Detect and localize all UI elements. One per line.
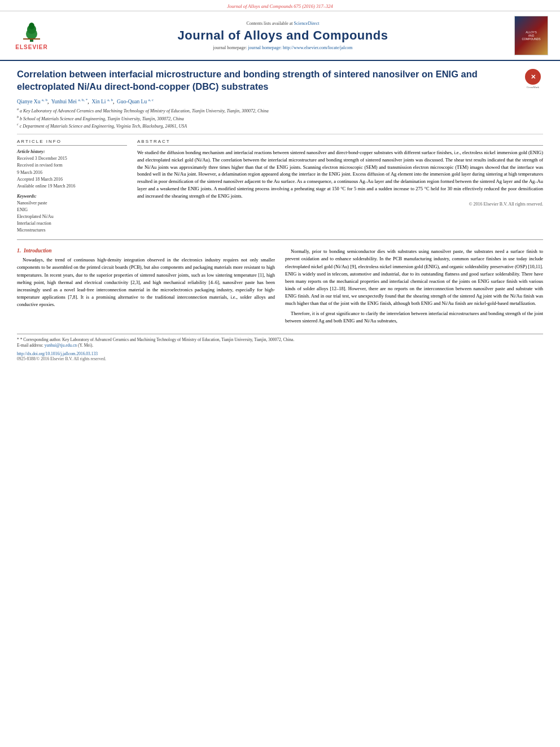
affiliation-a: a a Key Laboratory of Advanced Ceramics …: [17, 107, 543, 114]
author-yunhui[interactable]: Yunhui Mei: [51, 99, 77, 104]
intro-para-right-2: Therefore, it is of great significance t…: [285, 310, 543, 325]
journal-cover-image: ALLOYSANDCOMPOUNDS: [514, 16, 548, 55]
footnote-area: * * Corresponding author. Key Laboratory…: [17, 334, 543, 361]
abstract-text: We studied the diffusion bonding mechani…: [137, 149, 543, 199]
sciencedirect-prefix: Contents lists available at: [247, 21, 294, 26]
copyright-line: © 2016 Elsevier B.V. All rights reserved…: [137, 202, 543, 207]
top-journal-bar: Journal of Alloys and Compounds 675 (201…: [0, 0, 560, 11]
doi-line[interactable]: http://dx.doi.org/10.1016/j.jallcom.2016…: [17, 351, 543, 356]
keyword-5: Microstructures: [17, 227, 127, 234]
title-section: Correlation between interfacial microstr…: [17, 68, 543, 93]
intro-right-text: Normally, prior to bonding semiconductor…: [285, 248, 543, 325]
affiliation-b: b b School of Materials Science and Engi…: [17, 115, 543, 122]
article-content: Correlation between interfacial microstr…: [0, 61, 560, 367]
article-info-col: ARTICLE INFO Article history: Received 3…: [17, 139, 127, 234]
abstract-title: ABSTRACT: [137, 139, 543, 146]
accepted-date: Accepted 18 March 2016: [17, 176, 127, 182]
journal-header-center: Contents lists available at ScienceDirec…: [59, 16, 507, 55]
received-date: Received 3 December 2015: [17, 155, 127, 161]
crossmark-area[interactable]: ✕ CrossMark: [523, 69, 543, 89]
svg-rect-4: [23, 38, 40, 40]
intro-left-col: 1. Introduction Nowadays, the trend of c…: [17, 248, 275, 327]
header-divider: [17, 134, 543, 134]
revised-date: 9 March 2016: [17, 169, 127, 176]
author-guoquan[interactable]: Guo-Quan Lu: [117, 99, 147, 104]
article-info-abstract: ARTICLE INFO Article history: Received 3…: [17, 139, 543, 234]
footnote-email: E-mail address: yunhui@tju.edu.cn (Y. Me…: [17, 343, 543, 349]
homepage-anchor[interactable]: journal homepage: http://www.elsevier.co…: [248, 45, 352, 50]
email-link[interactable]: yunhui@tju.edu.cn: [45, 343, 77, 348]
journal-citation: Journal of Alloys and Compounds 675 (201…: [227, 3, 333, 9]
sciencedirect-anchor[interactable]: ScienceDirect: [294, 21, 320, 26]
crossmark-label: CrossMark: [527, 86, 539, 89]
intro-two-col: 1. Introduction Nowadays, the trend of c…: [17, 248, 543, 327]
keyword-4: Interfacial reaction: [17, 220, 127, 227]
journal-cover-area: ALLOYSANDCOMPOUNDS: [511, 16, 551, 55]
author-qianye[interactable]: Qianye Xu: [17, 99, 40, 104]
sciencedirect-link[interactable]: Contents lists available at ScienceDirec…: [247, 21, 320, 26]
elsevier-brand-text: ELSEVIER: [15, 44, 47, 50]
elsevier-logo-area: ELSEVIER: [9, 16, 54, 55]
keyword-2: ENIG: [17, 207, 127, 213]
intro-heading: 1. Introduction: [17, 248, 275, 254]
article-history-title: Article history:: [17, 149, 127, 154]
keyword-1: Nanosilver paste: [17, 200, 127, 207]
footnote-corresponding: * * Corresponding author. Key Laboratory…: [17, 337, 543, 343]
intro-para-1: Nowadays, the trend of continuous high-d…: [17, 256, 275, 308]
page: Journal of Alloys and Compounds 675 (201…: [0, 0, 560, 747]
journal-header: ELSEVIER Contents lists available at Sci…: [0, 11, 560, 61]
intro-para-right-1: Normally, prior to bonding semiconductor…: [285, 248, 543, 307]
svg-point-3: [29, 23, 34, 29]
journal-homepage[interactable]: journal homepage: journal homepage: http…: [213, 45, 353, 50]
intro-section: 1. Introduction Nowadays, the trend of c…: [17, 248, 543, 327]
email-person: (Y. Mei).: [78, 343, 93, 348]
author-xin[interactable]: Xin Li: [91, 99, 106, 104]
available-online: Available online 19 March 2016: [17, 183, 127, 189]
affiliations: a a Key Laboratory of Advanced Ceramics …: [17, 107, 543, 130]
elsevier-tree-icon: [18, 21, 46, 43]
keyword-3: Electroplated Ni/Au: [17, 213, 127, 220]
doi-link[interactable]: http://dx.doi.org/10.1016/j.jallcom.2016…: [17, 351, 98, 356]
elsevier-logo: ELSEVIER: [15, 21, 47, 50]
authors-line: Qianye Xu a, b, Yunhui Mei a, b, *, Xin …: [17, 98, 543, 104]
received-revised-label: Received in revised form: [17, 162, 127, 168]
body-divider: [17, 239, 543, 240]
keywords-title: Keywords:: [17, 194, 127, 199]
crossmark-icon[interactable]: ✕: [525, 69, 541, 85]
journal-title: Journal of Alloys and Compounds: [178, 28, 388, 43]
abstract-col: ABSTRACT We studied the diffusion bondin…: [137, 139, 543, 234]
homepage-prefix: journal homepage:: [213, 45, 248, 50]
intro-right-col: Normally, prior to bonding semiconductor…: [285, 248, 543, 327]
issn-line: 0925-8388/© 2016 Elsevier B.V. All right…: [17, 356, 543, 361]
email-label: E-mail address:: [17, 343, 43, 348]
article-title: Correlation between interfacial microstr…: [17, 68, 517, 93]
affiliation-c: c c Department of Materials Science and …: [17, 122, 543, 129]
keywords-section: Keywords: Nanosilver paste ENIG Electrop…: [17, 194, 127, 234]
article-info-title: ARTICLE INFO: [17, 139, 127, 146]
intro-left-text: Nowadays, the trend of continuous high-d…: [17, 256, 275, 308]
